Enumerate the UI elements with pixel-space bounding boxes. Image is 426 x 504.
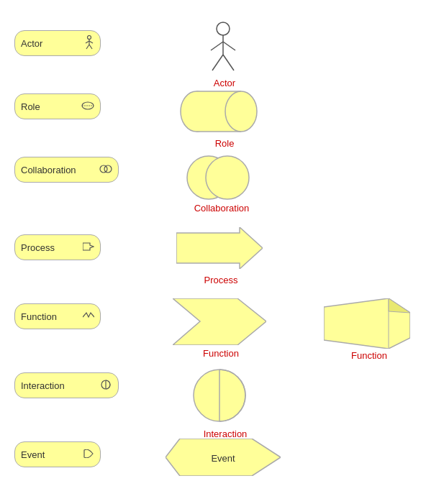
role-box-label: Role: [21, 101, 40, 112]
interaction-label: Interaction: [186, 429, 265, 439]
svg-point-8: [100, 165, 107, 173]
role-box[interactable]: Role: [14, 93, 101, 119]
svg-marker-32: [389, 298, 410, 313]
function-shape-right: [324, 298, 410, 351]
interaction-box[interactable]: Interaction: [14, 372, 119, 398]
svg-line-17: [212, 55, 223, 70]
process-icon: [83, 242, 94, 252]
svg-line-15: [211, 42, 223, 50]
canvas: Actor Role Collaboration: [0, 0, 426, 504]
svg-marker-29: [173, 298, 266, 345]
function-label-right: Function: [330, 350, 409, 361]
function-label-center: Function: [181, 348, 260, 359]
interaction-shape: [191, 367, 248, 426]
svg-point-27: [206, 156, 249, 199]
collab-label: Collaboration: [178, 203, 265, 214]
collab-box[interactable]: Collaboration: [14, 157, 119, 183]
process-shape: [176, 227, 263, 271]
svg-point-9: [104, 165, 112, 173]
function-box[interactable]: Function: [14, 303, 101, 329]
svg-line-18: [223, 55, 234, 70]
process-label: Process: [185, 275, 257, 285]
svg-line-4: [86, 45, 89, 49]
svg-point-0: [88, 36, 91, 40]
actor-box-label: Actor: [21, 38, 42, 49]
event-box-label: Event: [21, 449, 45, 460]
svg-marker-10: [83, 243, 94, 250]
svg-text:Event: Event: [211, 453, 235, 464]
svg-line-2: [86, 41, 89, 43]
event-box[interactable]: Event: [14, 441, 101, 467]
function-icon: [83, 311, 94, 321]
svg-point-13: [217, 22, 230, 35]
svg-line-5: [89, 45, 92, 49]
actor-label: Actor: [196, 78, 253, 88]
svg-line-3: [89, 41, 93, 43]
role-icon: [81, 101, 94, 111]
collab-box-label: Collaboration: [21, 165, 76, 175]
collab-icon: [99, 165, 112, 175]
role-shape: [178, 90, 258, 135]
actor-shape: [205, 22, 241, 78]
svg-marker-28: [176, 227, 263, 269]
event-shape: Event: [166, 439, 281, 478]
event-icon: [83, 449, 94, 459]
function-box-label: Function: [21, 311, 57, 322]
process-box-label: Process: [21, 242, 55, 253]
actor-icon: [84, 35, 94, 51]
svg-point-23: [225, 91, 257, 132]
collab-shape: [178, 155, 258, 203]
svg-line-16: [223, 42, 235, 50]
interaction-box-label: Interaction: [21, 380, 65, 391]
actor-box[interactable]: Actor: [14, 30, 101, 56]
interaction-icon: [99, 380, 112, 391]
process-box[interactable]: Process: [14, 234, 101, 260]
role-label: Role: [196, 138, 253, 149]
function-shape-center: [173, 298, 266, 347]
